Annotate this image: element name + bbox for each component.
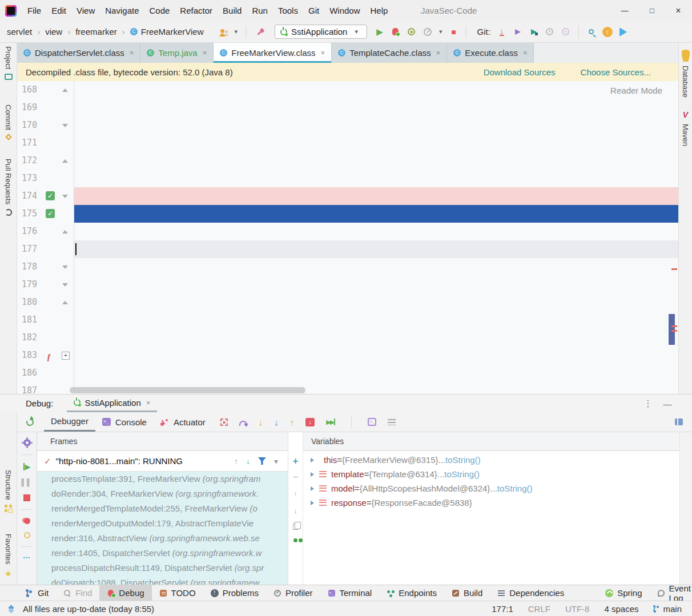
- horizontal-scrollbar[interactable]: [70, 387, 305, 393]
- move-down-icon[interactable]: ↓: [293, 506, 297, 515]
- line-ending-indicator[interactable]: CRLF: [528, 604, 550, 614]
- menu-item[interactable]: Navigate: [100, 0, 144, 21]
- breadcrumb-item[interactable]: freemarker: [75, 27, 130, 37]
- down-arrow-icon[interactable]: ↓: [246, 457, 250, 466]
- code-line[interactable]: 168 }: [17, 81, 678, 99]
- breakpoint-gutter[interactable]: [43, 311, 58, 329]
- fold-marker[interactable]: [58, 240, 74, 258]
- chevron-down-icon[interactable]: ▾: [439, 28, 442, 35]
- code-line[interactable]: 179 private DelegatingServletConfig() {: [17, 276, 678, 293]
- choose-sources-link[interactable]: Choose Sources...: [581, 67, 651, 77]
- indent-indicator[interactable]: 4 spaces: [604, 604, 638, 614]
- add-watch-icon[interactable]: +: [293, 457, 299, 465]
- show-execution-point-icon[interactable]: [220, 418, 228, 426]
- breakpoint-gutter[interactable]: [43, 81, 58, 99]
- ide-feature-button[interactable]: [615, 25, 631, 39]
- run-button[interactable]: ▶: [372, 25, 388, 39]
- menu-item[interactable]: Window: [324, 0, 365, 21]
- close-icon[interactable]: ×: [321, 49, 325, 57]
- tool-window-button[interactable]: Git: [18, 585, 56, 601]
- code-line[interactable]: 181: [17, 311, 678, 329]
- editor-tab[interactable]: DispatcherServlet.class ×: [17, 43, 140, 63]
- menu-item[interactable]: Edit: [46, 0, 71, 21]
- fold-marker[interactable]: [58, 329, 74, 347]
- breakpoint-gutter[interactable]: [43, 276, 58, 293]
- breadcrumb-item[interactable]: view: [45, 27, 75, 37]
- up-arrow-icon[interactable]: ↑: [234, 457, 238, 466]
- breakpoint-gutter[interactable]: [43, 258, 58, 276]
- close-icon[interactable]: ×: [146, 398, 151, 407]
- tool-window-button[interactable]: Build: [444, 585, 490, 601]
- code-line[interactable]: 171 return this.getEncoding() != null ? …: [17, 134, 678, 152]
- fold-marker[interactable]: [58, 152, 74, 170]
- move-up-icon[interactable]: ↑: [293, 489, 297, 498]
- fold-marker[interactable]: [58, 170, 74, 187]
- tool-button-maven[interactable]: V Maven: [679, 110, 692, 146]
- maximize-button[interactable]: □: [639, 0, 665, 21]
- expand-chevron-icon[interactable]: [311, 472, 314, 477]
- force-step-into-icon[interactable]: ↓: [274, 417, 279, 427]
- code-line[interactable]: 176 }: [17, 223, 678, 240]
- breadcrumb-item[interactable]: servlet: [7, 27, 45, 37]
- breakpoint-gutter[interactable]: [43, 293, 58, 311]
- rerun-icon[interactable]: [25, 417, 35, 427]
- fold-marker[interactable]: [58, 205, 74, 223]
- close-button[interactable]: ×: [666, 0, 691, 21]
- thread-selector[interactable]: ✓ "http-nio-8081...main": RUNNING ↑ ↓ ▾: [37, 451, 288, 472]
- tool-button-favorites[interactable]: Favorites ★: [0, 534, 17, 579]
- tool-window-button[interactable]: Debug: [99, 585, 151, 601]
- download-sources-link[interactable]: Download Sources: [484, 67, 556, 77]
- fold-marker[interactable]: [58, 223, 74, 240]
- more-options-icon[interactable]: ⋮: [639, 394, 657, 413]
- breakpoint-gutter[interactable]: [43, 134, 58, 152]
- close-icon[interactable]: ×: [130, 49, 134, 57]
- stop-icon[interactable]: [23, 494, 30, 501]
- tool-window-button[interactable]: Dependencies: [490, 585, 572, 601]
- debug-button[interactable]: [388, 25, 404, 39]
- tool-button-structure[interactable]: Structure: [0, 470, 17, 512]
- breakpoint-gutter[interactable]: [43, 152, 58, 170]
- code-line[interactable]: 177: [17, 240, 678, 258]
- debug-view-tab[interactable]: >_ Debugger: [44, 412, 95, 432]
- variable-row[interactable]: this = {FreeMarkerView@6315} ... toStrin…: [303, 453, 679, 467]
- expand-chevron-icon[interactable]: [311, 486, 314, 491]
- rollback-button[interactable]: [558, 25, 574, 39]
- code-editor[interactable]: 168 } 169 170: [17, 81, 678, 394]
- tostring-link[interactable]: toString(): [497, 484, 533, 493]
- breakpoint-gutter[interactable]: [43, 329, 58, 347]
- fold-marker[interactable]: [58, 293, 74, 311]
- stack-frame-row[interactable]: renderMergedTemplateModel:255, FreeMarke…: [37, 501, 288, 516]
- fold-marker[interactable]: [58, 187, 74, 205]
- close-icon[interactable]: ×: [523, 49, 528, 57]
- stack-frame-row[interactable]: processDispatchResult:1149, DispatcherSe…: [37, 561, 288, 575]
- breakpoint-gutter[interactable]: [43, 364, 58, 382]
- git-update-icon[interactable]: ↓: [500, 27, 504, 36]
- breakpoint-gutter[interactable]: [43, 382, 58, 394]
- tool-window-button[interactable]: Find: [56, 585, 99, 601]
- gear-icon[interactable]: [23, 439, 31, 446]
- menu-item[interactable]: Build: [218, 0, 247, 21]
- run-with-coverage-button[interactable]: [404, 25, 420, 39]
- expand-chevron-icon[interactable]: [311, 501, 314, 505]
- search-everywhere-button[interactable]: [584, 25, 600, 39]
- reader-mode-toggle[interactable]: Reader Mode: [610, 86, 662, 95]
- breakpoint-gutter[interactable]: [43, 170, 58, 187]
- fold-marker[interactable]: [58, 99, 74, 116]
- debug-view-tab[interactable]: >_ Console: [95, 412, 154, 432]
- minimize-button[interactable]: —: [612, 0, 637, 21]
- tool-window-button[interactable]: Spring: [598, 585, 649, 601]
- tostring-link[interactable]: toString(): [444, 469, 480, 479]
- fold-marker[interactable]: [58, 258, 74, 276]
- menu-item[interactable]: Run: [247, 0, 273, 21]
- breakpoint-gutter[interactable]: [43, 187, 58, 205]
- stack-frame-row[interactable]: render:316, AbstractView (org.springfram…: [37, 531, 288, 546]
- step-out-icon[interactable]: ↑: [290, 417, 295, 427]
- stack-frame-row[interactable]: processTemplate:391, FreeMarkerView (org…: [37, 472, 288, 486]
- debug-session-tab[interactable]: SstiApplication ×: [67, 394, 157, 412]
- breakpoint-gutter[interactable]: [43, 223, 58, 240]
- settings-list-icon[interactable]: [388, 419, 396, 425]
- fold-marker[interactable]: [58, 81, 74, 99]
- variable-row[interactable]: response = {ResponseFacade@5838}: [303, 496, 679, 510]
- code-line[interactable]: 174 protected void processTemplate(Templ…: [17, 187, 678, 205]
- chevron-down-icon[interactable]: ▾: [274, 457, 278, 466]
